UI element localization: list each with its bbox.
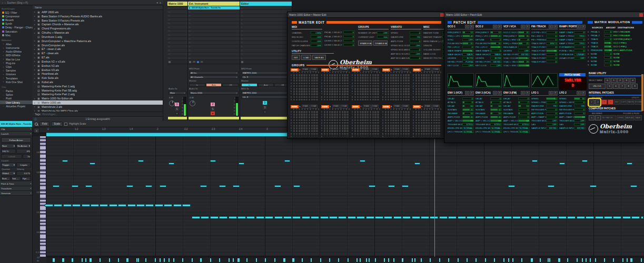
- param-field[interactable]: 0: [410, 39, 421, 43]
- param-field[interactable]: 33: [518, 60, 530, 64]
- param-field[interactable]: 40: [490, 108, 502, 112]
- param-field[interactable]: NORMAL: [462, 127, 474, 130]
- param-field[interactable]: 30: [574, 97, 586, 100]
- internal-init-button[interactable]: INIT: [614, 99, 620, 105]
- groups-enable-button[interactable]: ENABLE ALL: [358, 41, 372, 46]
- disclosure-icon[interactable]: ▸: [34, 64, 36, 67]
- paste-button[interactable]: P: [498, 91, 502, 95]
- velocity-marker[interactable]: [348, 258, 349, 262]
- midi-note[interactable]: [292, 216, 301, 219]
- disclosure-icon[interactable]: ▸: [34, 19, 36, 22]
- sidebar-item-alles[interactable]: ▪Alles: [0, 42, 33, 46]
- param-field[interactable]: 52: [462, 49, 474, 53]
- midi-note[interactable]: [567, 216, 576, 219]
- param-field[interactable]: STRIG: [518, 123, 530, 126]
- param-field[interactable]: OFF: [311, 35, 322, 38]
- velocity-marker[interactable]: [284, 258, 285, 262]
- bank-grid[interactable]: [415, 111, 441, 136]
- midi-to-channel-select[interactable]: Ch. 9▾: [241, 95, 291, 99]
- matrix-amount-field[interactable]: 51: [604, 42, 612, 45]
- bank-disable-button[interactable]: DISAB: [310, 105, 318, 108]
- unlock-button[interactable]: UNLOCK: [589, 84, 606, 89]
- param-field[interactable]: 13: [518, 105, 530, 108]
- velocity-marker[interactable]: [338, 258, 339, 262]
- matrix-amount-field[interactable]: 0: [604, 53, 612, 56]
- midi-note[interactable]: [239, 163, 244, 165]
- bank-enable-button[interactable]: ENABL: [424, 68, 432, 72]
- velocity-marker[interactable]: [512, 258, 513, 262]
- velocity-marker[interactable]: [109, 258, 110, 262]
- midi-note[interactable]: [421, 216, 429, 219]
- param-field[interactable]: 40: [462, 116, 474, 119]
- matrix-source-select[interactable]: TRACK: [591, 42, 604, 44]
- midi-note[interactable]: [256, 216, 264, 219]
- velocity-marker[interactable]: [485, 258, 486, 262]
- midi-note[interactable]: [62, 160, 68, 162]
- red-indicator-1-button[interactable]: •: [601, 99, 607, 105]
- bank-select-3-button[interactable]: 3: [623, 78, 629, 83]
- matrix-destination-select[interactable]: NONE: [613, 53, 642, 55]
- utility-save-as-button[interactable]: SAVE AS: [312, 55, 325, 60]
- param-field[interactable]: KEYBD: [490, 60, 502, 64]
- param-field[interactable]: BOTH: [462, 57, 474, 60]
- bank-select-1-button[interactable]: 1: [611, 78, 617, 83]
- copy-button[interactable]: C: [549, 91, 553, 95]
- bank-select-7-button[interactable]: 7: [619, 84, 625, 89]
- velocity-marker[interactable]: [627, 258, 628, 262]
- bank-grid[interactable]: [385, 74, 410, 102]
- velocity-marker[interactable]: [72, 258, 73, 262]
- velocity-lane[interactable]: [46, 257, 644, 263]
- param-field[interactable]: G00: [377, 35, 389, 38]
- midi-note[interactable]: [90, 163, 95, 165]
- velocity-marker[interactable]: [302, 258, 303, 262]
- midi-note[interactable]: [200, 185, 207, 187]
- file-row[interactable]: ▸▣Chord Progressions.als: [33, 26, 163, 31]
- disclosure-icon[interactable]: ▸: [34, 27, 36, 30]
- velocity-marker[interactable]: [246, 258, 247, 262]
- sidebar-item-user-library[interactable]: ▫User Library: [0, 100, 33, 104]
- velocity-marker[interactable]: [402, 258, 403, 262]
- midi-note[interactable]: [274, 185, 281, 187]
- midi-note[interactable]: [604, 216, 612, 219]
- param-field[interactable]: 0: [574, 101, 586, 104]
- bank-grid[interactable]: [354, 111, 380, 136]
- param-field[interactable]: 0: [574, 112, 586, 115]
- monitor-off-button[interactable]: Off: [222, 83, 239, 87]
- clip-slot[interactable]: ▷: [188, 48, 240, 52]
- file-row[interactable]: ▸▣E7 - clean 2.als: [33, 47, 163, 51]
- clip-slot[interactable]: ▷: [167, 33, 187, 37]
- velocity-marker[interactable]: [169, 258, 170, 262]
- copy-button[interactable]: C: [577, 91, 581, 95]
- param-field[interactable]: 8: [462, 101, 474, 104]
- param-field[interactable]: 0: [410, 31, 421, 34]
- velocity-marker[interactable]: [494, 258, 495, 262]
- arm-button[interactable]: ●: [175, 112, 179, 115]
- velocity-marker[interactable]: [229, 258, 230, 262]
- midi-note[interactable]: [283, 216, 292, 219]
- utility-load-button[interactable]: LOAD: [301, 55, 311, 60]
- param-field[interactable]: -8: [518, 38, 530, 42]
- bank-disable-button[interactable]: DISAB: [402, 68, 409, 72]
- volume-value[interactable]: -6.38: [189, 97, 194, 99]
- param-field[interactable]: BOTH: [490, 57, 502, 60]
- matrix-destination-select[interactable]: VCF FREQUENCY: [613, 38, 642, 41]
- bank-grid[interactable]: [293, 74, 319, 102]
- velocity-marker[interactable]: [540, 258, 541, 262]
- velocity-marker[interactable]: [586, 258, 587, 262]
- clip-play-icon[interactable]: ▶: [189, 7, 191, 9]
- file-row[interactable]: ▸▣Erebus V2 + v3.als: [33, 59, 163, 64]
- param-field[interactable]: 0: [518, 116, 530, 119]
- clip-slot[interactable]: ▷: [188, 37, 240, 41]
- velocity-marker[interactable]: [414, 258, 415, 262]
- bank-select-5-button[interactable]: 5: [607, 84, 612, 89]
- sidebar-item-instrumente[interactable]: ▪Instrumente: [0, 46, 33, 50]
- velocity-marker[interactable]: [388, 258, 389, 262]
- clip-slot[interactable]: ▷: [167, 22, 187, 25]
- clip-slot[interactable]: ▷: [188, 53, 240, 56]
- sidebar-item-grooves[interactable]: ▪Grooves: [0, 73, 33, 76]
- param-field[interactable]: 0: [410, 48, 421, 51]
- param-field[interactable]: OMNI: [311, 31, 322, 34]
- piano-keys[interactable]: [40, 136, 46, 257]
- velocity-marker[interactable]: [532, 258, 533, 262]
- bank-enable-button[interactable]: ENABL: [332, 68, 340, 72]
